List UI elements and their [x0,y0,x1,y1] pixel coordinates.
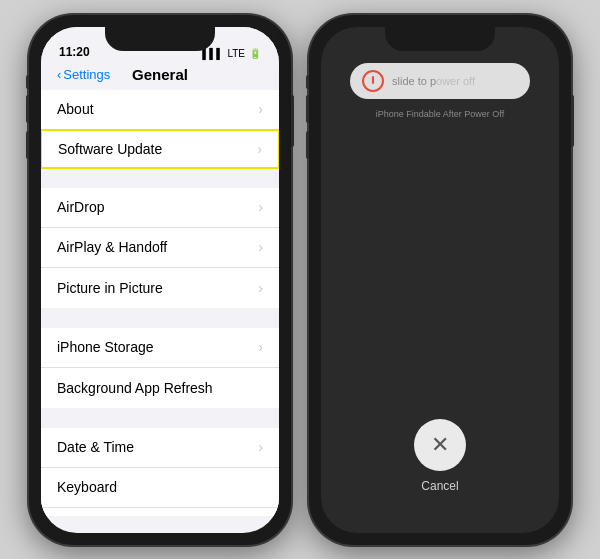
settings-section-2: AirDrop › AirPlay & Handoff › Picture in… [41,188,279,308]
section-gap-3 [41,408,279,428]
lte-label: LTE [227,48,245,59]
nav-bar: ‹ Settings General [41,63,279,90]
left-iphone: 11:20 ▌▌▌ LTE 🔋 ‹ Settings General About… [29,15,291,545]
status-time: 11:20 [59,45,90,59]
about-label: About [57,101,94,117]
list-item-fonts[interactable]: Fonts [41,508,279,516]
bg-refresh-label: Background App Refresh [57,380,213,396]
chevron-icon: › [258,101,263,117]
power-icon [362,70,384,92]
right-iphone: slide to power off iPhone Findable After… [309,15,571,545]
vol-up[interactable] [306,95,309,123]
battery-icon: 🔋 [249,48,261,59]
list-item-about[interactable]: About › [41,90,279,130]
status-icons: ▌▌▌ LTE 🔋 [202,48,261,59]
left-screen: 11:20 ▌▌▌ LTE 🔋 ‹ Settings General About… [41,27,279,533]
slide-text: slide to power off [392,75,475,87]
back-button[interactable]: ‹ Settings [57,67,110,82]
settings-section-1: About › Software Update › [41,90,279,169]
settings-section-4: Date & Time › Keyboard Fonts Language & … [41,428,279,516]
notch-right [385,27,495,51]
section-gap-1 [41,168,279,188]
volume-up-button[interactable] [26,95,29,123]
findable-text: iPhone Findable After Power Off [376,109,504,119]
list-item-software-update[interactable]: Software Update › [41,129,279,169]
chevron-left-icon: ‹ [57,67,61,82]
slide-to-power-off[interactable]: slide to power off [350,63,530,99]
notch [105,27,215,51]
list-item-iphone-storage[interactable]: iPhone Storage › [41,328,279,368]
volume-down-button[interactable] [26,131,29,159]
list-item-bg-refresh[interactable]: Background App Refresh [41,368,279,408]
chevron-icon: › [258,439,263,455]
chevron-icon: › [257,141,262,157]
settings-list: About › Software Update › AirDrop › AirP… [41,90,279,516]
keyboard-label: Keyboard [57,479,117,495]
list-item-airdrop[interactable]: AirDrop › [41,188,279,228]
airplay-label: AirPlay & Handoff [57,239,167,255]
vol-down[interactable] [306,131,309,159]
silent[interactable] [306,75,309,89]
back-label: Settings [63,67,110,82]
power[interactable] [571,95,574,147]
pip-label: Picture in Picture [57,280,163,296]
chevron-icon: › [258,239,263,255]
power-icon-inner [372,76,374,84]
section-gap-2 [41,308,279,328]
silent-switch[interactable] [26,75,29,89]
chevron-icon: › [258,199,263,215]
list-item-airplay[interactable]: AirPlay & Handoff › [41,228,279,268]
chevron-icon: › [258,280,263,296]
cancel-button[interactable]: ✕ [414,419,466,471]
cancel-label: Cancel [421,479,458,493]
airdrop-label: AirDrop [57,199,104,215]
close-icon: ✕ [431,432,449,458]
cancel-area: ✕ Cancel [414,419,466,493]
chevron-icon: › [258,339,263,355]
right-screen: slide to power off iPhone Findable After… [321,27,559,533]
iphone-storage-label: iPhone Storage [57,339,154,355]
date-time-label: Date & Time [57,439,134,455]
list-item-keyboard[interactable]: Keyboard [41,468,279,508]
power-button[interactable] [291,95,294,147]
list-item-pip[interactable]: Picture in Picture › [41,268,279,308]
settings-section-3: iPhone Storage › Background App Refresh [41,328,279,408]
signal-icon: ▌▌▌ [202,48,223,59]
software-update-label: Software Update [58,141,162,157]
page-title: General [132,66,188,83]
list-item-date-time[interactable]: Date & Time › [41,428,279,468]
